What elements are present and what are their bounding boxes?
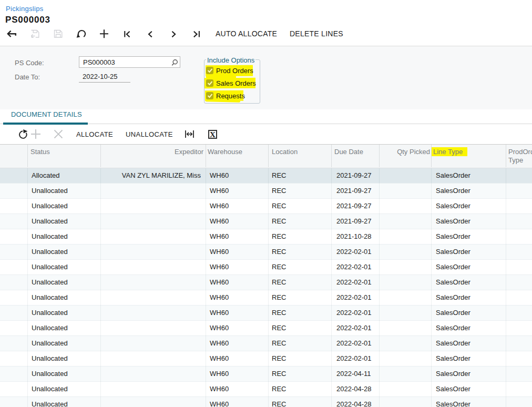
svg-text:X: X	[210, 130, 216, 139]
